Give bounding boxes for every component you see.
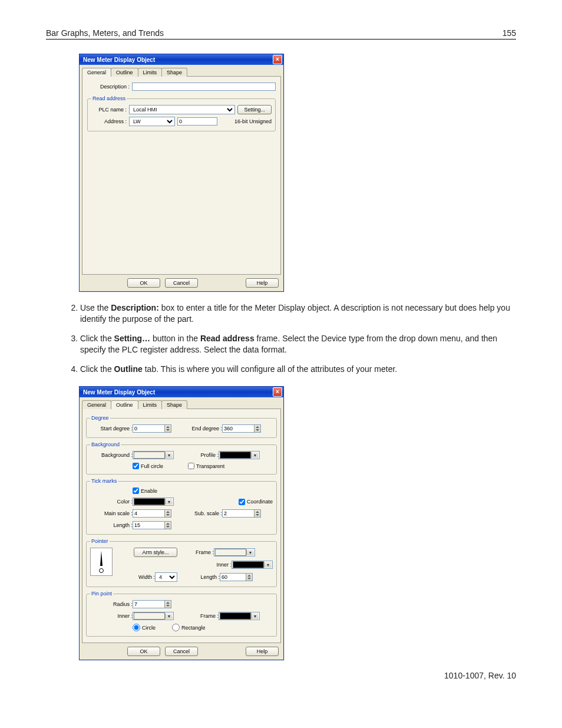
tick-legend: Tick marks [90, 478, 118, 484]
doc-page-number: 155 [503, 28, 516, 38]
dialog-buttons: OK Cancel Help [80, 275, 283, 291]
doc-footer: 1010-1007, Rev. 10 [46, 671, 516, 680]
address-type-select[interactable]: LW [129, 117, 175, 126]
pin-inner-color-picker[interactable]: ▾ [133, 612, 174, 620]
ok-button[interactable]: OK [127, 278, 160, 288]
close-icon[interactable]: × [273, 55, 282, 64]
read-address-group: Read address PLC name : Local HMI Settin… [87, 95, 276, 131]
pin-rectangle-radio[interactable]: Rectangle [172, 624, 206, 631]
tab-limits[interactable]: Limits [138, 400, 163, 409]
start-degree-input[interactable] [133, 424, 171, 433]
tab-body: Degree Start degree : End degree : Backg… [82, 409, 281, 643]
tab-outline[interactable]: Outline [111, 400, 138, 409]
transparent-checkbox[interactable]: Transparent [188, 463, 224, 469]
tabs: General Outline Limits Shape [80, 65, 283, 76]
instruction-list: Use the Description: box to enter a titl… [46, 302, 516, 374]
sub-scale-input[interactable] [222, 509, 261, 518]
dialog-titlebar[interactable]: New Meter Display Object × [80, 54, 283, 65]
data-type-label: 16-bit Unsigned [234, 118, 272, 124]
profile-label: Profile : [191, 452, 219, 458]
plcname-label: PLC name : [91, 107, 127, 113]
full-circle-checkbox[interactable]: Full circle [133, 463, 163, 469]
tab-general[interactable]: General [82, 400, 111, 409]
dialog-title: New Meter Display Object [83, 57, 155, 63]
pointer-width-label: Width : [118, 574, 155, 580]
description-label: Description : [87, 84, 130, 90]
help-button[interactable]: Help [246, 278, 279, 288]
degree-group: Degree Start degree : End degree : [86, 415, 277, 438]
background-color-picker[interactable]: ▾ [133, 451, 174, 459]
end-degree-label: End degree : [187, 426, 222, 431]
cancel-button[interactable]: Cancel [165, 278, 198, 288]
pointer-length-input[interactable] [220, 573, 253, 581]
doc-title: Bar Graphs, Meters, and Trends [46, 28, 164, 38]
pin-circle-radio[interactable]: Circle [133, 624, 156, 631]
blank-area [87, 135, 276, 271]
arm-style-button[interactable]: Arm style... [134, 548, 177, 557]
plcname-select[interactable]: Local HMI [129, 105, 235, 114]
pointer-inner-color-picker[interactable]: ▾ [232, 561, 273, 569]
main-scale-label: Main scale : [90, 510, 133, 516]
help-button[interactable]: Help [246, 647, 279, 656]
profile-color-picker[interactable]: ▾ [219, 451, 260, 459]
background-group: Background Background : ▾ Profile : ▾ Fu… [86, 442, 277, 475]
pointer-group: Pointer Arm style... Frame : ▾ [86, 538, 277, 587]
meter-dialog-outline: New Meter Display Object × General Outli… [79, 386, 284, 660]
tick-color-label: Color : [90, 499, 133, 505]
tabs: General Outline Limits Shape [80, 397, 283, 409]
tick-group: Tick marks Enable Color : ▾ Coordinate M… [86, 478, 277, 535]
pointer-width-select[interactable]: 4 [155, 572, 177, 582]
dialog-titlebar[interactable]: New Meter Display Object × [80, 387, 283, 397]
dialog-title: New Meter Display Object [83, 389, 155, 396]
pointer-length-label: Length : [194, 574, 220, 580]
step-2: Use the Description: box to enter a titl… [80, 302, 516, 325]
pin-inner-label: Inner : [90, 613, 133, 619]
ok-button[interactable]: OK [127, 647, 160, 656]
setting-button[interactable]: Setting... [237, 105, 272, 114]
end-degree-input[interactable] [222, 424, 261, 433]
doc-header: Bar Graphs, Meters, and Trends 155 [46, 28, 516, 39]
step-4: Click the Outline tab. This is where you… [80, 364, 516, 375]
tab-body: Description : Read address PLC name : Lo… [82, 76, 281, 275]
coordinate-checkbox[interactable]: Coordinate [239, 499, 273, 505]
degree-legend: Degree [90, 415, 110, 421]
description-input[interactable] [132, 83, 276, 91]
tick-color-picker[interactable]: ▾ [133, 498, 174, 506]
pin-radius-input[interactable] [133, 600, 171, 608]
pointer-frame-label: Frame : [188, 549, 214, 555]
tick-length-label: Length : [90, 522, 133, 528]
step-3: Click the Setting… button in the Read ad… [80, 333, 516, 355]
main-scale-input[interactable] [133, 509, 171, 518]
address-label: Address : [91, 118, 127, 124]
close-icon[interactable]: × [273, 387, 282, 397]
read-address-legend: Read address [91, 95, 127, 101]
pinpoint-legend: Pin point [90, 591, 113, 597]
pointer-preview [90, 548, 113, 576]
address-number-input[interactable] [177, 117, 217, 126]
meter-dialog-general: New Meter Display Object × General Outli… [79, 54, 284, 292]
pinpoint-group: Pin point Radius : Inner : ▾ Frame : ▾ C… [86, 591, 277, 637]
pin-frame-color-picker[interactable]: ▾ [219, 612, 260, 620]
tab-outline[interactable]: Outline [111, 68, 138, 77]
pointer-legend: Pointer [90, 538, 110, 544]
dialog-buttons: OK Cancel Help [80, 643, 283, 660]
start-degree-label: Start degree : [90, 426, 133, 431]
pin-frame-label: Frame : [191, 613, 219, 619]
background-legend: Background [90, 442, 121, 447]
tab-limits[interactable]: Limits [138, 68, 163, 77]
tab-shape[interactable]: Shape [161, 400, 187, 409]
tick-enable-checkbox[interactable]: Enable [133, 487, 157, 494]
tab-shape[interactable]: Shape [161, 68, 187, 77]
sub-scale-label: Sub. scale : [187, 510, 222, 516]
tick-length-input[interactable] [133, 521, 171, 529]
tab-general[interactable]: General [82, 68, 111, 77]
pointer-frame-color-picker[interactable]: ▾ [214, 548, 255, 556]
background-label: Background : [90, 452, 133, 458]
pointer-inner-label: Inner : [206, 562, 232, 568]
pin-radius-label: Radius : [90, 601, 133, 607]
cancel-button[interactable]: Cancel [165, 647, 198, 656]
